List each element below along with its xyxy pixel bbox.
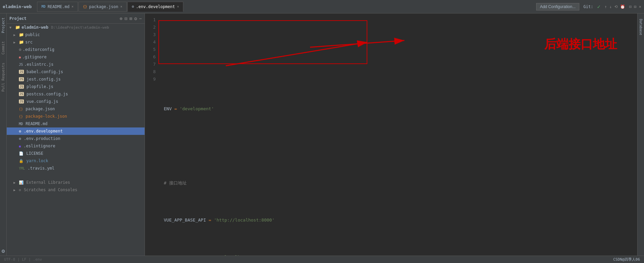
annotation-box (158, 20, 367, 64)
tree-item-yarnlock[interactable]: 🔒 yarn.lock (7, 157, 145, 165)
tree-item-travis[interactable]: YML .travis.yml (7, 165, 145, 172)
expand-icon[interactable]: ⊞ (129, 16, 132, 21)
tree-item-editorconfig[interactable]: ⚙ .editorconfig (7, 46, 145, 53)
tab-package[interactable]: {} package.json × (79, 2, 127, 12)
svg-line-1 (310, 40, 404, 47)
tree-item-scratches[interactable]: ▶ ⊙ Scratches and Consoles (7, 186, 145, 194)
icon-yarnlock: 🔒 (19, 159, 24, 163)
file-tree: ▼ 📁 eladmin-web D:\ideaProject\eladmin-w… (7, 24, 145, 256)
folder-src-icon: 📁 (19, 40, 24, 45)
code-l4-eq: = (209, 216, 214, 224)
tree-item-jest[interactable]: JS jest.config.js (7, 76, 145, 83)
code-l5-val: 'ws://localhost:8000' (209, 254, 264, 256)
label-scratches: Scratches and Consoles (24, 187, 78, 192)
label-jest: jest.config.js (27, 77, 61, 82)
tree-root[interactable]: ▼ 📁 eladmin-web D:\ideaProject\eladmin-w… (7, 24, 145, 31)
add-configuration-button[interactable]: Add Configuration... (536, 3, 579, 10)
tab-readme[interactable]: MD README.md × (37, 2, 78, 12)
tree-item-packagelock[interactable]: {} package-lock.json (7, 113, 145, 120)
line-num-8: 8 (145, 68, 156, 76)
bottom-bar-right: CSDN@四季人06 (613, 257, 640, 262)
main-layout: Project Commit Pull Requests ⚙ Project ⊕… (0, 13, 644, 256)
tree-item-postcss[interactable]: JS postcss.config.js (7, 90, 145, 98)
tree-item-envdev[interactable]: ⚙ .env.development (7, 127, 145, 135)
root-path: D:\ideaProject\eladmin-web (51, 25, 109, 30)
tree-item-envprod[interactable]: ⚙ .env.production (7, 135, 145, 142)
root-label: eladmin-web (22, 25, 48, 30)
icon-packagelock: {} (19, 115, 23, 118)
annotation-chinese-label: 后端接口地址 (544, 40, 617, 48)
code-line-5: VUE_APP_WS_API = 'ws://localhost:8000' (164, 254, 632, 256)
editor-tabs-bar: MD README.md × {} package.json × ⚙ .env.… (37, 2, 183, 12)
root-folder-icon: 📁 (15, 25, 20, 30)
label-editorconfig: .editorconfig (23, 47, 54, 52)
tab-envdev[interactable]: ⚙ .env.development × (127, 2, 183, 12)
settings-icon[interactable]: ⚙ (0, 246, 6, 256)
label-packagelock: package-lock.json (26, 114, 67, 119)
line-num-6: 6 (145, 53, 156, 61)
right-sidebar-database[interactable]: Database (638, 16, 643, 38)
code-l4-val: 'http://localhost:8000' (214, 216, 275, 224)
line-num-7: 7 (145, 61, 156, 68)
tree-item-vueconfig[interactable]: JS vue.config.js (7, 98, 145, 105)
collapse-all-icon[interactable]: ⊟ (124, 16, 127, 21)
code-line-3: # 接口地址 (164, 179, 632, 187)
code-line-2 (164, 142, 632, 150)
tree-item-external-libs[interactable]: ▶ 📊 External Libraries (7, 179, 145, 186)
left-activity-bar: Project Commit Pull Requests ⚙ (0, 13, 7, 256)
project-panel: Project ⊕ ⊟ ⊞ ⚙ − ▼ 📁 eladmin-web D:\ide… (7, 13, 145, 256)
project-panel-title: Project (9, 16, 117, 21)
tree-item-src[interactable]: ▶ 📁 src (7, 38, 145, 46)
project-header-icons: ⊕ ⊟ ⊞ ⚙ − (120, 16, 142, 21)
line-numbers: 1 2 3 4 5 6 7 8 9 (145, 13, 158, 256)
icon-vueconfig: JS (19, 99, 24, 104)
gear-icon[interactable]: ⚙ (134, 16, 137, 21)
icon-envprod: ⚙ (19, 137, 21, 141)
label-external-libs: External Libraries (26, 180, 70, 185)
code-editor[interactable]: 后端接口地址 ENV = 'development' # 接口地址 VUE_AP… (158, 13, 637, 256)
arrow-scratches: ▶ (13, 188, 18, 192)
close-panel-icon[interactable]: − (139, 16, 142, 21)
line-num-4: 4 (145, 38, 156, 46)
tree-item-plopfile[interactable]: JS plopfile.js (7, 83, 145, 90)
label-plopfile: plopfile.js (27, 84, 53, 89)
sidebar-item-project[interactable]: Project (0, 13, 6, 37)
git-label: Git: (583, 4, 593, 9)
icon-babel: JS (19, 70, 24, 74)
sidebar-item-pull-requests[interactable]: Pull Requests (0, 59, 6, 96)
tree-item-license[interactable]: 📄 LICENSE (7, 150, 145, 157)
locate-icon[interactable]: ⊕ (120, 16, 122, 21)
svg-line-2 (226, 42, 367, 66)
label-envprod: .env.production (24, 136, 60, 141)
git-check-icon: ✓ (597, 3, 601, 10)
tree-item-babel[interactable]: JS babel.config.js (7, 68, 145, 76)
tab-readme-close[interactable]: × (71, 5, 73, 8)
status-info: UTF-8 | LF | .env (4, 257, 42, 262)
folder-public-icon: 📁 (19, 32, 24, 37)
label-eslintignore: .eslintignore (24, 144, 55, 148)
tree-item-eslintignore[interactable]: ◉ .eslintignore (7, 142, 145, 150)
tree-item-public[interactable]: ▶ 📁 public (7, 31, 145, 38)
line-num-3: 3 (145, 31, 156, 38)
label-license: LICENSE (26, 151, 43, 156)
tree-item-gitignore[interactable]: ◉ .gitignore (7, 53, 145, 61)
sidebar-item-commit[interactable]: Commit (0, 37, 6, 59)
label-packagejson: package.json (26, 107, 55, 111)
label-gitignore: .gitignore (22, 55, 47, 59)
tree-item-eslintrc[interactable]: JS .eslintrc.js (7, 61, 145, 68)
icon-external-libs: 📊 (19, 180, 24, 185)
tab-envdev-close[interactable]: × (177, 5, 179, 8)
icon-readme: MD (19, 122, 23, 126)
tree-item-packagejson[interactable]: {} package.json (7, 105, 145, 113)
label-postcss: postcss.config.js (27, 92, 68, 96)
code-line-4: VUE_APP_BASE_API = 'http://localhost:800… (164, 216, 632, 224)
line-num-9: 9 (145, 76, 156, 83)
git-icons: ↑ ↓ ⟲ ⏰ (605, 4, 625, 9)
tab-package-close[interactable]: × (120, 5, 122, 8)
top-bar: eladmin-web MD README.md × {} package.js… (0, 0, 644, 13)
label-public: public (25, 32, 40, 37)
tree-item-readme[interactable]: MD README.md (7, 120, 145, 127)
tab-envdev-icon: ⚙ (132, 4, 134, 9)
label-envdev: .env.development (24, 129, 63, 134)
arrow-external-libs: ▶ (13, 181, 18, 184)
